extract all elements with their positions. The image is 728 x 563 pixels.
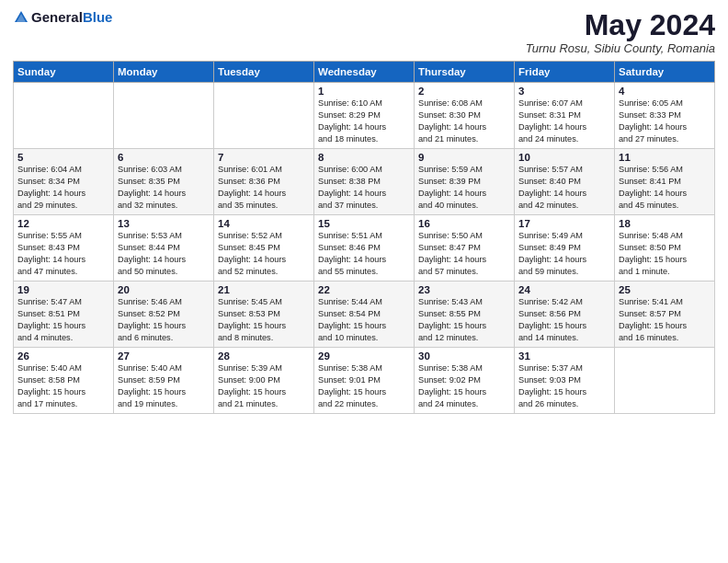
day-info: Sunrise: 5:53 AM Sunset: 8:44 PM Dayligh…	[118, 230, 210, 278]
week-row-4: 19Sunrise: 5:47 AM Sunset: 8:51 PM Dayli…	[14, 282, 715, 348]
calendar-cell: 2Sunrise: 6:08 AM Sunset: 8:30 PM Daylig…	[415, 83, 515, 149]
calendar-cell: 15Sunrise: 5:51 AM Sunset: 8:46 PM Dayli…	[314, 215, 415, 282]
week-row-5: 26Sunrise: 5:40 AM Sunset: 8:58 PM Dayli…	[14, 348, 715, 414]
calendar-table: SundayMondayTuesdayWednesdayThursdayFrid…	[13, 61, 715, 414]
day-info: Sunrise: 5:38 AM Sunset: 9:02 PM Dayligh…	[418, 362, 510, 410]
day-number: 27	[118, 350, 210, 362]
calendar-cell	[14, 83, 114, 149]
calendar-cell: 7Sunrise: 6:01 AM Sunset: 8:36 PM Daylig…	[214, 149, 314, 215]
calendar-cell: 25Sunrise: 5:41 AM Sunset: 8:57 PM Dayli…	[615, 282, 715, 348]
weekday-header-wednesday: Wednesday	[314, 62, 415, 83]
day-number: 13	[118, 218, 210, 229]
calendar-cell: 24Sunrise: 5:42 AM Sunset: 8:56 PM Dayli…	[515, 282, 615, 348]
day-number: 8	[318, 152, 410, 163]
day-number: 3	[518, 86, 610, 97]
day-info: Sunrise: 5:50 AM Sunset: 8:47 PM Dayligh…	[418, 230, 510, 278]
calendar-cell: 29Sunrise: 5:38 AM Sunset: 9:01 PM Dayli…	[314, 348, 415, 414]
day-info: Sunrise: 6:07 AM Sunset: 8:31 PM Dayligh…	[518, 98, 610, 145]
day-info: Sunrise: 5:45 AM Sunset: 8:53 PM Dayligh…	[218, 296, 310, 344]
calendar-cell: 23Sunrise: 5:43 AM Sunset: 8:55 PM Dayli…	[415, 282, 515, 348]
day-number: 26	[17, 350, 109, 362]
day-info: Sunrise: 6:08 AM Sunset: 8:30 PM Dayligh…	[418, 98, 510, 145]
weekday-header-sunday: Sunday	[14, 62, 114, 83]
calendar-cell: 19Sunrise: 5:47 AM Sunset: 8:51 PM Dayli…	[14, 282, 114, 348]
weekday-header-thursday: Thursday	[415, 62, 515, 83]
calendar-cell: 21Sunrise: 5:45 AM Sunset: 8:53 PM Dayli…	[214, 282, 314, 348]
logo: GeneralBlue	[13, 9, 112, 26]
day-number: 28	[218, 350, 310, 362]
day-info: Sunrise: 5:46 AM Sunset: 8:52 PM Dayligh…	[118, 296, 210, 344]
day-info: Sunrise: 5:47 AM Sunset: 8:51 PM Dayligh…	[17, 296, 109, 344]
calendar-cell: 31Sunrise: 5:37 AM Sunset: 9:03 PM Dayli…	[515, 348, 615, 414]
day-info: Sunrise: 5:56 AM Sunset: 8:41 PM Dayligh…	[619, 164, 711, 212]
header: GeneralBlue May 2024 Turnu Rosu, Sibiu C…	[13, 9, 715, 55]
day-info: Sunrise: 6:00 AM Sunset: 8:38 PM Dayligh…	[318, 164, 410, 212]
day-info: Sunrise: 6:01 AM Sunset: 8:36 PM Dayligh…	[218, 164, 310, 212]
calendar-cell: 6Sunrise: 6:03 AM Sunset: 8:35 PM Daylig…	[114, 149, 214, 215]
calendar-cell: 27Sunrise: 5:40 AM Sunset: 8:59 PM Dayli…	[114, 348, 214, 414]
calendar-cell: 3Sunrise: 6:07 AM Sunset: 8:31 PM Daylig…	[515, 83, 615, 149]
day-number: 15	[318, 218, 410, 229]
calendar-cell: 12Sunrise: 5:55 AM Sunset: 8:43 PM Dayli…	[14, 215, 114, 282]
day-info: Sunrise: 5:40 AM Sunset: 8:59 PM Dayligh…	[118, 362, 210, 410]
day-number: 12	[17, 218, 109, 229]
day-number: 20	[118, 284, 210, 295]
day-info: Sunrise: 5:57 AM Sunset: 8:40 PM Dayligh…	[518, 164, 610, 212]
logo-blue-text: Blue	[83, 9, 113, 25]
week-row-3: 12Sunrise: 5:55 AM Sunset: 8:43 PM Dayli…	[14, 215, 715, 282]
calendar-page: GeneralBlue May 2024 Turnu Rosu, Sibiu C…	[0, 0, 728, 563]
calendar-cell: 16Sunrise: 5:50 AM Sunset: 8:47 PM Dayli…	[415, 215, 515, 282]
calendar-cell: 13Sunrise: 5:53 AM Sunset: 8:44 PM Dayli…	[114, 215, 214, 282]
day-number: 23	[418, 284, 510, 295]
calendar-cell: 30Sunrise: 5:38 AM Sunset: 9:02 PM Dayli…	[415, 348, 515, 414]
day-number: 29	[318, 350, 410, 362]
day-info: Sunrise: 5:55 AM Sunset: 8:43 PM Dayligh…	[17, 230, 109, 278]
day-info: Sunrise: 5:38 AM Sunset: 9:01 PM Dayligh…	[318, 362, 410, 410]
weekday-header-monday: Monday	[114, 62, 214, 83]
calendar-cell: 10Sunrise: 5:57 AM Sunset: 8:40 PM Dayli…	[515, 149, 615, 215]
day-number: 25	[619, 284, 711, 295]
day-number: 19	[17, 284, 109, 295]
calendar-cell: 9Sunrise: 5:59 AM Sunset: 8:39 PM Daylig…	[415, 149, 515, 215]
day-number: 2	[418, 86, 510, 97]
calendar-cell: 8Sunrise: 6:00 AM Sunset: 8:38 PM Daylig…	[314, 149, 415, 215]
day-number: 6	[118, 152, 210, 163]
day-number: 9	[418, 152, 510, 163]
month-title: May 2024	[526, 9, 715, 41]
day-number: 22	[318, 284, 410, 295]
calendar-cell: 20Sunrise: 5:46 AM Sunset: 8:52 PM Dayli…	[114, 282, 214, 348]
calendar-cell: 17Sunrise: 5:49 AM Sunset: 8:49 PM Dayli…	[515, 215, 615, 282]
day-number: 21	[218, 284, 310, 295]
day-info: Sunrise: 5:39 AM Sunset: 9:00 PM Dayligh…	[218, 362, 310, 410]
logo-icon	[13, 9, 29, 26]
calendar-cell: 28Sunrise: 5:39 AM Sunset: 9:00 PM Dayli…	[214, 348, 314, 414]
day-number: 18	[619, 218, 711, 229]
day-info: Sunrise: 5:48 AM Sunset: 8:50 PM Dayligh…	[619, 230, 711, 278]
day-number: 4	[619, 86, 711, 97]
day-number: 7	[218, 152, 310, 163]
calendar-cell: 4Sunrise: 6:05 AM Sunset: 8:33 PM Daylig…	[615, 83, 715, 149]
calendar-cell: 22Sunrise: 5:44 AM Sunset: 8:54 PM Dayli…	[314, 282, 415, 348]
day-info: Sunrise: 5:49 AM Sunset: 8:49 PM Dayligh…	[518, 230, 610, 278]
day-number: 11	[619, 152, 711, 163]
day-info: Sunrise: 5:52 AM Sunset: 8:45 PM Dayligh…	[218, 230, 310, 278]
day-info: Sunrise: 5:41 AM Sunset: 8:57 PM Dayligh…	[619, 296, 711, 344]
header-right: May 2024 Turnu Rosu, Sibiu County, Roman…	[526, 9, 715, 55]
day-info: Sunrise: 5:44 AM Sunset: 8:54 PM Dayligh…	[318, 296, 410, 344]
day-info: Sunrise: 5:37 AM Sunset: 9:03 PM Dayligh…	[518, 362, 610, 410]
week-row-2: 5Sunrise: 6:04 AM Sunset: 8:34 PM Daylig…	[14, 149, 715, 215]
calendar-cell	[615, 348, 715, 414]
day-info: Sunrise: 6:05 AM Sunset: 8:33 PM Dayligh…	[619, 98, 711, 145]
day-number: 14	[218, 218, 310, 229]
weekday-header-tuesday: Tuesday	[214, 62, 314, 83]
weekday-header-saturday: Saturday	[615, 62, 715, 83]
day-number: 17	[518, 218, 610, 229]
calendar-cell: 1Sunrise: 6:10 AM Sunset: 8:29 PM Daylig…	[314, 83, 415, 149]
day-number: 24	[518, 284, 610, 295]
calendar-cell: 18Sunrise: 5:48 AM Sunset: 8:50 PM Dayli…	[615, 215, 715, 282]
day-number: 1	[318, 86, 410, 97]
day-info: Sunrise: 5:43 AM Sunset: 8:55 PM Dayligh…	[418, 296, 510, 344]
day-info: Sunrise: 5:51 AM Sunset: 8:46 PM Dayligh…	[318, 230, 410, 278]
day-number: 16	[418, 218, 510, 229]
week-row-1: 1Sunrise: 6:10 AM Sunset: 8:29 PM Daylig…	[14, 83, 715, 149]
